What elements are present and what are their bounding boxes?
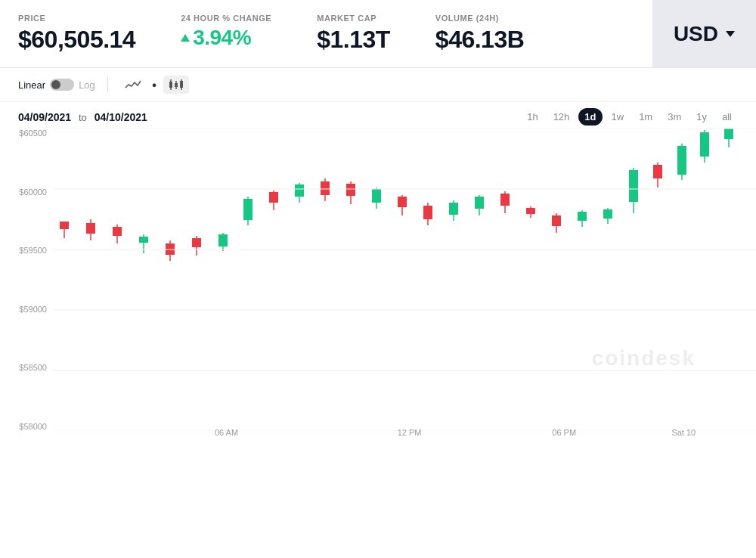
svg-rect-0 (169, 82, 172, 88)
candle-chart-btn[interactable] (163, 76, 189, 94)
log-label: Log (79, 79, 95, 91)
time-btn-1m[interactable]: 1m (633, 108, 658, 126)
change-value: 3.94% (181, 26, 271, 50)
x-label-sat10: Sat 10 (671, 428, 696, 437)
time-btn-all[interactable]: all (716, 108, 738, 126)
price-value: $60,505.14 (18, 26, 135, 54)
x-label-6am: 06 AM (215, 428, 238, 437)
chevron-down-icon (726, 31, 735, 37)
toggle-knob (51, 80, 60, 89)
chart-area: $60500 $60000 $59500 $59000 $58500 $5800… (0, 129, 756, 454)
volume-group: VOLUME (24H) $46.13B (435, 14, 524, 54)
y-label-1: $60000 (0, 188, 53, 197)
line-chart-icon (125, 79, 141, 91)
y-label-2: $59500 (0, 246, 53, 255)
svg-rect-3 (175, 83, 178, 87)
market-cap-group: MARKET CAP $1.13T (317, 14, 390, 54)
x-label-6pm: 06 PM (552, 428, 576, 437)
y-label-4: $58500 (0, 363, 53, 372)
time-btn-1w[interactable]: 1w (606, 108, 631, 126)
date-range-bar: 04/09/2021 to 04/10/2021 1h 12h 1d 1w 1m… (0, 102, 756, 129)
time-buttons: 1h 12h 1d 1w 1m 3m 1y all (521, 108, 738, 126)
y-label-5: $58000 (0, 422, 53, 431)
scale-toggle[interactable] (50, 79, 74, 91)
volume-value: $46.13B (435, 26, 524, 54)
svg-rect-6 (180, 81, 183, 88)
y-axis: $60500 $60000 $59500 $59000 $58500 $5800… (0, 129, 53, 431)
divider (107, 77, 108, 92)
watermark: coindesk (592, 346, 696, 370)
time-btn-1y[interactable]: 1y (690, 108, 713, 126)
time-btn-1h[interactable]: 1h (521, 108, 544, 126)
header: PRICE $60,505.14 24 HOUR % CHANGE 3.94% … (0, 0, 756, 68)
grid-svg (53, 129, 756, 431)
line-chart-btn[interactable] (120, 76, 146, 94)
candles-area: 06 AM 12 PM 06 PM Sat 10 coindesk (53, 129, 756, 431)
change-label: 24 HOUR % CHANGE (181, 14, 271, 23)
time-btn-3m[interactable]: 3m (662, 108, 687, 126)
time-btn-12h[interactable]: 12h (547, 108, 576, 126)
scale-toggle-group: Linear Log (18, 79, 95, 91)
y-label-0: $60500 (0, 129, 53, 138)
linear-label: Linear (18, 79, 45, 91)
x-label-12pm: 12 PM (398, 428, 422, 437)
currency-selector[interactable]: USD (652, 0, 756, 67)
time-btn-1d[interactable]: 1d (578, 108, 602, 126)
market-cap-label: MARKET CAP (317, 14, 390, 23)
market-cap-value: $1.13T (317, 26, 390, 54)
chart-controls: Linear Log ● (0, 68, 756, 102)
candle-chart-icon (168, 79, 184, 91)
arrow-up-icon (181, 34, 190, 42)
change-group: 24 HOUR % CHANGE 3.94% (181, 14, 271, 50)
y-label-3: $59000 (0, 305, 53, 314)
volume-label: VOLUME (24H) (435, 14, 524, 23)
currency-label: USD (674, 22, 735, 46)
price-label: PRICE (18, 14, 135, 23)
price-group: PRICE $60,505.14 (18, 14, 135, 54)
date-range: 04/09/2021 to 04/10/2021 (18, 111, 147, 123)
header-stats: PRICE $60,505.14 24 HOUR % CHANGE 3.94% … (0, 0, 652, 67)
